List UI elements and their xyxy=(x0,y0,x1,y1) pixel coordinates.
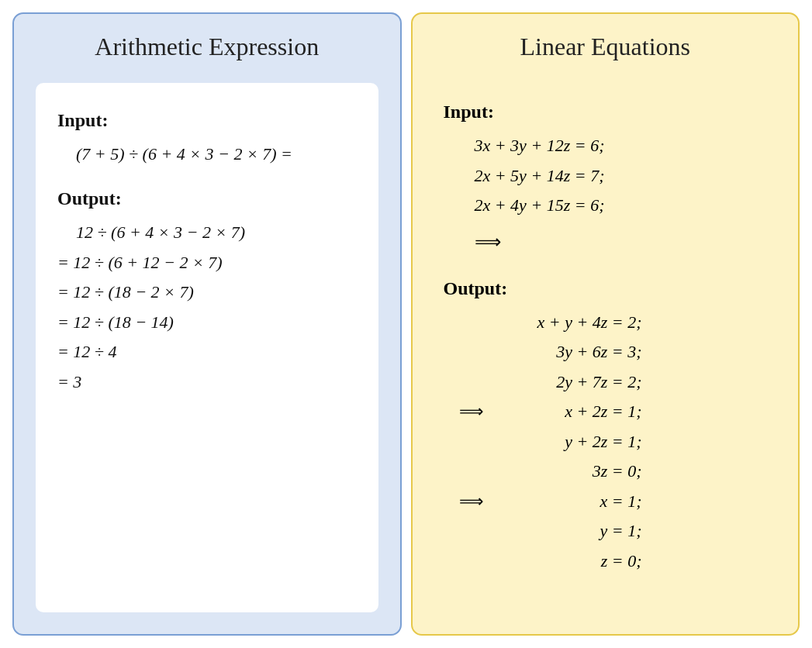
left-panel-title: Arithmetic Expression xyxy=(36,33,378,61)
left-output-line: = 12 ÷ (18 − 14) xyxy=(57,308,357,338)
left-output-line: = 12 ÷ 4 xyxy=(57,337,357,367)
output-row: ⟹x + 2z = 1; xyxy=(459,397,642,427)
output-row: 2y + 7z = 2; xyxy=(459,367,642,398)
right-input-line: 3x + 3y + 12z = 6; xyxy=(475,131,771,161)
arrow-cell xyxy=(459,546,503,577)
right-input-arrow: ⟹ xyxy=(444,226,771,258)
expr-cell: z = 0; xyxy=(503,546,642,577)
left-output-line: 12 ÷ (6 + 4 × 3 − 2 × 7) xyxy=(57,218,357,248)
right-panel-title: Linear Equations xyxy=(434,33,777,61)
expr-cell: x + 2z = 1; xyxy=(503,397,642,427)
expr-cell: 3y + 6z = 3; xyxy=(503,337,642,367)
output-row: z = 0; xyxy=(459,546,642,577)
output-row: y = 1; xyxy=(459,516,642,546)
main-container: Arithmetic Expression Input: (7 + 5) ÷ (… xyxy=(12,12,800,636)
expr-cell: 3z = 0; xyxy=(503,457,642,487)
right-output-label: Output: xyxy=(444,272,771,305)
arrow-cell xyxy=(459,308,503,338)
arrow-cell xyxy=(459,337,503,367)
right-output-table: x + y + 4z = 2;3y + 6z = 3;2y + 7z = 2;⟹… xyxy=(459,308,642,577)
left-output-line: = 12 ÷ (18 − 2 × 7) xyxy=(57,277,357,308)
expr-cell: 2y + 7z = 2; xyxy=(503,367,642,398)
input-label: Input: xyxy=(57,105,357,136)
output-row: y + 2z = 1; xyxy=(459,427,642,457)
output-lines: 12 ÷ (6 + 4 × 3 − 2 × 7)= 12 ÷ (6 + 12 −… xyxy=(57,218,357,397)
output-row: 3z = 0; xyxy=(459,457,642,487)
right-panel-content: Input: 3x + 3y + 12z = 6;2x + 5y + 14z =… xyxy=(434,83,777,596)
left-output-line: = 3 xyxy=(57,367,357,398)
expr-cell: y + 2z = 1; xyxy=(503,427,642,457)
left-panel: Arithmetic Expression Input: (7 + 5) ÷ (… xyxy=(12,12,402,636)
right-input-line: 2x + 4y + 15z = 6; xyxy=(475,191,771,221)
right-panel: Linear Equations Input: 3x + 3y + 12z = … xyxy=(411,12,800,636)
input-expression: (7 + 5) ÷ (6 + 4 × 3 − 2 × 7) = xyxy=(57,140,357,170)
output-row: 3y + 6z = 3; xyxy=(459,337,642,367)
arrow-cell xyxy=(459,367,503,398)
right-input-label: Input: xyxy=(444,95,771,128)
arrow-cell xyxy=(459,516,503,546)
left-panel-content: Input: (7 + 5) ÷ (6 + 4 × 3 − 2 × 7) = O… xyxy=(36,83,378,612)
right-input-line: 2x + 5y + 14z = 7; xyxy=(475,161,771,191)
right-input-lines: 3x + 3y + 12z = 6;2x + 5y + 14z = 7;2x +… xyxy=(444,131,771,221)
arrow-cell: ⟹ xyxy=(459,487,503,517)
output-label: Output: xyxy=(57,183,357,215)
output-row: x + y + 4z = 2; xyxy=(459,308,642,338)
output-block: Output: 12 ÷ (6 + 4 × 3 − 2 × 7)= 12 ÷ (… xyxy=(57,183,357,397)
output-row: ⟹x = 1; xyxy=(459,487,642,517)
right-output-block: Output: x + y + 4z = 2;3y + 6z = 3;2y + … xyxy=(444,272,771,577)
expr-cell: x = 1; xyxy=(503,487,642,517)
input-block: Input: (7 + 5) ÷ (6 + 4 × 3 − 2 × 7) = xyxy=(57,105,357,169)
arrow-cell xyxy=(459,427,503,457)
arrow-cell: ⟹ xyxy=(459,397,503,427)
expr-cell: x + y + 4z = 2; xyxy=(503,308,642,338)
left-output-line: = 12 ÷ (6 + 12 − 2 × 7) xyxy=(57,248,357,278)
expr-cell: y = 1; xyxy=(503,516,642,546)
right-input-block: Input: 3x + 3y + 12z = 6;2x + 5y + 14z =… xyxy=(444,95,771,258)
arrow-cell xyxy=(459,457,503,487)
